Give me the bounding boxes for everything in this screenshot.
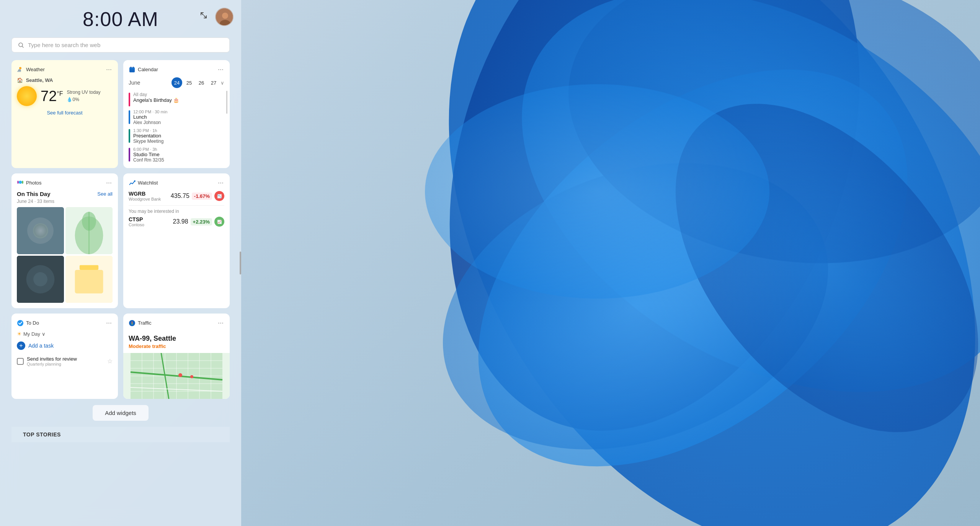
sun-graphic — [17, 86, 37, 106]
my-day-label: My Day — [23, 331, 40, 337]
calendar-day-25[interactable]: 25 — [184, 77, 194, 88]
top-stories-bar: TOP STORIES — [11, 427, 230, 442]
task-name: Send invites for review — [27, 356, 104, 362]
calendar-scrollbar — [226, 91, 227, 114]
photos-header: Photos ··· — [17, 179, 113, 187]
widgets-grid: Weather ··· 🏠 Seattle, WA 72°F Strong — [11, 60, 230, 399]
uv-condition: Strong UV today — [67, 89, 100, 96]
calendar-month: June — [129, 80, 140, 86]
task-checkbox[interactable] — [17, 358, 24, 365]
event-bar — [129, 110, 130, 124]
svg-point-31 — [33, 272, 47, 286]
expand-button[interactable] — [197, 8, 211, 22]
traffic-route: WA-99, Seattle — [129, 335, 224, 343]
svg-rect-16 — [129, 67, 135, 69]
weather-header: Weather ··· — [17, 65, 113, 74]
stock-chart-icon[interactable]: 📉 — [214, 191, 224, 201]
photos-see-all[interactable]: See all — [97, 191, 113, 197]
divider — [129, 205, 224, 206]
calendar-day-26[interactable]: 26 — [196, 77, 207, 88]
calendar-header: Calendar ··· — [129, 65, 224, 74]
event-person: Skype Meeting — [133, 139, 224, 144]
event-person: Alex Johnson — [133, 120, 224, 125]
search-placeholder[interactable]: Type here to search the web — [28, 42, 223, 48]
traffic-status: Moderate traffic — [129, 343, 224, 349]
temperature-value: 72°F — [41, 88, 63, 104]
calendar-more[interactable]: ∨ — [220, 80, 224, 86]
calendar-day-24[interactable]: 24 — [172, 77, 182, 88]
photos-title: Photos — [26, 180, 103, 186]
stock-ticker: CTSP — [129, 216, 171, 222]
chevron-down-icon: ∨ — [42, 331, 46, 337]
event-person: Conf Rm 32/35 — [133, 157, 224, 163]
traffic-map[interactable] — [123, 353, 230, 399]
svg-line-12 — [22, 46, 24, 47]
watchlist-icon — [129, 180, 136, 186]
traffic-widget: Traffic ··· WA-99, Seattle Moderate traf… — [123, 314, 230, 399]
traffic-icon — [129, 320, 136, 327]
photos-widget: Photos ··· On This Day See all June 24 ·… — [11, 173, 118, 308]
event-info: 1:30 PM · 1h Presentation Skype Meeting — [133, 128, 224, 144]
search-icon — [18, 42, 24, 48]
stock-price: 435.75 — [171, 193, 189, 199]
svg-rect-33 — [75, 270, 103, 294]
svg-point-21 — [22, 181, 23, 184]
svg-point-20 — [17, 181, 19, 184]
search-bar[interactable]: Type here to search the web — [11, 38, 230, 52]
svg-point-36 — [17, 320, 23, 326]
todo-widget: To Do ··· ☀ My Day ∨ + Add a task Send i… — [11, 314, 118, 399]
add-task-button[interactable]: + Add a task — [17, 341, 113, 350]
photos-date-header: On This Day See all — [17, 191, 113, 197]
event-info: All day Angela's Birthday 🎂 — [133, 92, 224, 103]
event-time: 6:00 PM · 3h — [133, 147, 224, 152]
event-bar — [129, 93, 130, 106]
calendar-title: Calendar — [138, 67, 215, 72]
task-star-icon[interactable]: ☆ — [107, 358, 113, 365]
todo-header: To Do ··· — [17, 319, 113, 327]
temperature-display: 72°F — [41, 89, 63, 103]
widgets-panel: 8:00 AM Type here to search the web Weat — [0, 0, 241, 526]
weather-widget: Weather ··· 🏠 Seattle, WA 72°F Strong — [11, 60, 118, 168]
photos-menu[interactable]: ··· — [105, 179, 113, 187]
svg-point-40 — [132, 323, 133, 325]
photo-4[interactable] — [65, 256, 113, 303]
watchlist-menu[interactable]: ··· — [217, 179, 224, 187]
my-day-selector[interactable]: ☀ My Day ∨ — [17, 331, 113, 337]
event-time: 1:30 PM · 1h — [133, 128, 224, 133]
add-task-plus-icon: + — [17, 341, 25, 350]
task-info: Send invites for review Quarterly planni… — [27, 356, 104, 366]
add-widgets-button[interactable]: Add widgets — [93, 405, 149, 421]
precipitation: 💧0% — [67, 96, 100, 103]
svg-point-58 — [190, 375, 193, 378]
todo-menu[interactable]: ··· — [105, 319, 113, 327]
panel-resize-handle[interactable] — [240, 252, 241, 274]
stock-change: +2.23% — [191, 218, 212, 225]
forecast-link[interactable]: See full forecast — [17, 110, 113, 116]
user-avatar[interactable] — [215, 8, 234, 26]
stock-info: WGRB Woodgrove Bank — [129, 191, 168, 201]
photo-3[interactable] — [17, 256, 64, 303]
traffic-header: Traffic ··· — [123, 314, 230, 331]
calendar-menu[interactable]: ··· — [217, 65, 224, 74]
photos-grid — [17, 207, 113, 303]
svg-point-13 — [19, 67, 21, 69]
weather-menu[interactable]: ··· — [105, 65, 113, 74]
event-bar — [129, 129, 130, 143]
calendar-day-27[interactable]: 27 — [208, 77, 219, 88]
sun-icon: ☀ — [17, 331, 22, 337]
svg-rect-22 — [17, 207, 64, 254]
calendar-icon — [129, 66, 136, 73]
watchlist-widget: Watchlist ··· WGRB Woodgrove Bank 435.75… — [123, 173, 230, 308]
stock-chart-icon[interactable]: 📈 — [214, 217, 224, 227]
add-task-label: Add a task — [28, 343, 54, 349]
event-info: 6:00 PM · 3h Studio Time Conf Rm 32/35 — [133, 147, 224, 163]
traffic-menu[interactable]: ··· — [217, 319, 224, 327]
traffic-info: WA-99, Seattle Moderate traffic — [123, 335, 230, 353]
photo-1[interactable] — [17, 207, 64, 254]
weather-conditions: Strong UV today 💧0% — [67, 89, 100, 103]
photos-icon — [17, 180, 24, 186]
stock-price: 23.98 — [173, 218, 188, 225]
svg-point-24 — [34, 224, 47, 237]
event-name: Presentation — [133, 133, 224, 139]
photo-2[interactable] — [65, 207, 113, 254]
